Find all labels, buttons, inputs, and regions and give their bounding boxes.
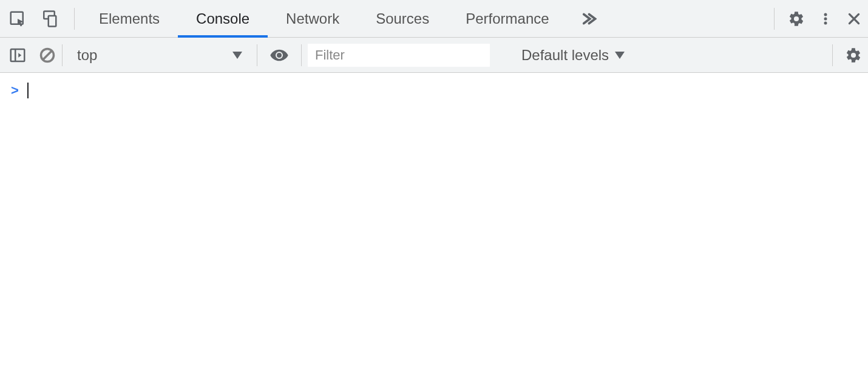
inspect-element-icon[interactable] [8, 10, 27, 28]
console-toolbar: top Default levels [0, 38, 868, 73]
toolbar-divider [832, 44, 833, 66]
devtools-tab-toolbar: Elements Console Network Sources Perform… [0, 0, 868, 38]
text-cursor [27, 83, 29, 98]
toolbar-divider [774, 8, 775, 30]
console-output-area[interactable]: > [0, 73, 868, 108]
tab-elements[interactable]: Elements [81, 0, 178, 37]
kebab-menu-icon[interactable] [818, 10, 833, 27]
tab-sources[interactable]: Sources [358, 0, 447, 37]
tab-console[interactable]: Console [178, 0, 268, 37]
filter-input[interactable] [308, 44, 490, 67]
tab-bar: Elements Console Network Sources Perform… [81, 0, 768, 37]
toolbar-divider [301, 44, 302, 66]
console-settings-icon[interactable] [839, 47, 862, 64]
sidebar-toggle-icon[interactable] [8, 46, 27, 64]
toolbar-left-icons [8, 10, 68, 28]
toolbar-divider [74, 8, 75, 30]
svg-point-3 [824, 13, 827, 16]
prompt-caret-icon: > [11, 83, 19, 98]
console-prompt-line[interactable]: > [0, 79, 868, 102]
settings-icon[interactable] [788, 10, 805, 27]
tab-performance[interactable]: Performance [447, 0, 567, 37]
more-tabs-button[interactable] [568, 0, 608, 37]
log-levels-label: Default levels [521, 47, 609, 64]
tab-network[interactable]: Network [268, 0, 358, 37]
context-selected-label: top [77, 47, 97, 64]
svg-rect-6 [11, 49, 25, 61]
toolbar-divider [257, 44, 257, 66]
chevron-down-icon [615, 52, 625, 59]
toolbar-right-icons [781, 10, 862, 27]
eye-icon[interactable] [263, 46, 295, 65]
log-levels-selector[interactable]: Default levels [510, 47, 636, 64]
close-icon[interactable] [846, 11, 862, 27]
svg-rect-2 [49, 16, 56, 27]
svg-line-9 [43, 51, 52, 60]
device-toolbar-icon[interactable] [40, 10, 58, 28]
clear-console-icon[interactable] [39, 47, 56, 64]
chevron-down-icon [232, 52, 242, 59]
svg-point-5 [824, 21, 827, 24]
context-selector[interactable]: top [69, 47, 251, 64]
toolbar-divider [62, 44, 63, 66]
svg-point-4 [824, 17, 827, 20]
